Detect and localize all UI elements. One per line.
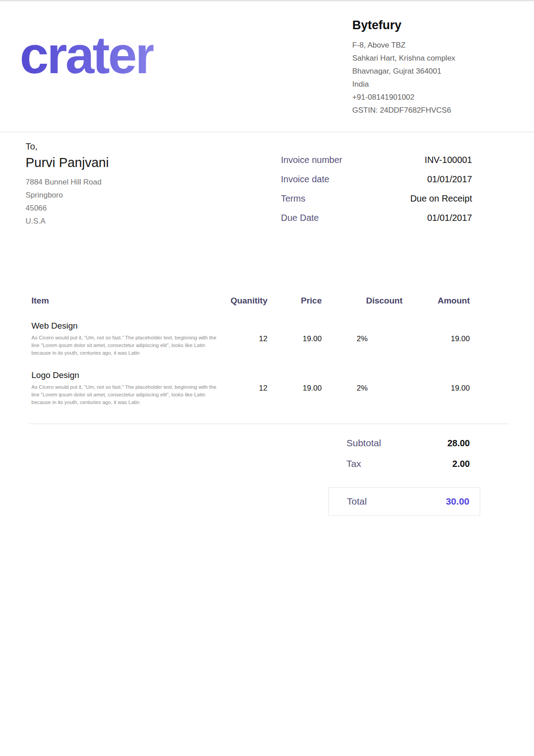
table-bottom-divider xyxy=(29,423,509,424)
column-header-item: Item xyxy=(31,296,229,306)
subtotal-value: 28.00 xyxy=(447,438,470,448)
recipient-address-line: Springboro xyxy=(26,189,109,202)
invoice-number-value: INV-100001 xyxy=(425,155,472,165)
company-name: Bytefury xyxy=(352,18,514,32)
company-gstin: GSTIN: 24DDF7682FHVCS6 xyxy=(352,104,514,117)
item-description: As Cicero would put it, “Um, not so fast… xyxy=(31,383,220,406)
invoice-number-row: Invoice number INV-100001 xyxy=(281,155,472,174)
invoice-document: crater Bytefury F-8, Above TBZ Sahkari H… xyxy=(0,0,534,756)
company-address-line: Sahkari Hart, Krishna complex xyxy=(352,52,514,65)
invoice-meta-block: Invoice number INV-100001 Invoice date 0… xyxy=(281,155,472,232)
invoice-number-label: Invoice number xyxy=(281,155,342,165)
bill-to-block: To, Purvi Panjvani 7884 Bunnel Hill Road… xyxy=(26,141,109,232)
tax-row: Tax 2.00 xyxy=(328,458,480,479)
terms-row: Terms Due on Receipt xyxy=(281,193,472,213)
item-amount: 19.00 xyxy=(403,334,470,343)
due-date-row: Due Date 01/01/2017 xyxy=(281,213,472,232)
company-address-line: Bhavnagar, Gujrat 364001 xyxy=(352,65,514,78)
column-header-discount: Discount xyxy=(322,296,403,306)
tax-label: Tax xyxy=(346,458,361,469)
item-cell: Web Design As Cicero would put it, “Um, … xyxy=(31,321,229,357)
company-block: Bytefury F-8, Above TBZ Sahkari Hart, Kr… xyxy=(352,18,514,117)
due-date-value: 01/01/2017 xyxy=(427,213,472,223)
terms-value: Due on Receipt xyxy=(410,193,472,204)
items-table: Item Quanitity Price Discount Amount Web… xyxy=(0,296,534,406)
company-phone: +91-08141901002 xyxy=(352,91,514,104)
invoice-date-label: Invoice date xyxy=(281,174,329,185)
recipient-address-line: 7884 Bunnel Hill Road xyxy=(26,176,109,189)
tax-value: 2.00 xyxy=(452,459,470,469)
items-table-header: Item Quanitity Price Discount Amount xyxy=(31,296,470,306)
total-label: Total xyxy=(347,496,367,507)
table-row: Logo Design As Cicero would put it, “Um,… xyxy=(31,370,470,406)
totals-block: Subtotal 28.00 Tax 2.00 Total 30.00 xyxy=(328,438,480,516)
item-name: Web Design xyxy=(31,321,229,331)
recipient-address-line: 45066 xyxy=(26,202,109,215)
billing-section: To, Purvi Panjvani 7884 Bunnel Hill Road… xyxy=(0,132,534,232)
total-value: 30.00 xyxy=(446,496,469,507)
company-address-line: F-8, Above TBZ xyxy=(352,39,514,52)
crater-logo: crater xyxy=(20,29,153,81)
subtotal-label: Subtotal xyxy=(346,438,381,448)
column-header-quantity: Quanitity xyxy=(229,296,267,306)
item-quantity: 12 xyxy=(229,384,267,393)
due-date-label: Due Date xyxy=(281,213,319,223)
item-description: As Cicero would put it, “Um, not so fast… xyxy=(31,334,220,357)
item-price: 19.00 xyxy=(267,334,322,343)
company-address-line: India xyxy=(352,78,514,91)
column-header-amount: Amount xyxy=(403,296,470,306)
bill-to-intro: To, xyxy=(26,141,109,152)
invoice-date-value: 01/01/2017 xyxy=(427,174,472,185)
item-discount: 2% xyxy=(322,384,403,393)
invoice-date-row: Invoice date 01/01/2017 xyxy=(281,174,472,193)
item-discount: 2% xyxy=(322,334,403,343)
subtotal-row: Subtotal 28.00 xyxy=(328,438,480,458)
item-quantity: 12 xyxy=(229,334,267,343)
invoice-header: crater Bytefury F-8, Above TBZ Sahkari H… xyxy=(0,1,534,132)
item-cell: Logo Design As Cicero would put it, “Um,… xyxy=(31,370,229,406)
column-header-price: Price xyxy=(267,296,322,306)
total-row: Total 30.00 xyxy=(328,487,480,516)
recipient-name: Purvi Panjvani xyxy=(26,155,109,170)
table-row: Web Design As Cicero would put it, “Um, … xyxy=(31,321,470,357)
item-name: Logo Design xyxy=(31,370,229,380)
item-price: 19.00 xyxy=(267,384,322,393)
recipient-address-line: U.S.A xyxy=(26,215,109,228)
item-amount: 19.00 xyxy=(403,384,470,393)
terms-label: Terms xyxy=(281,193,305,204)
